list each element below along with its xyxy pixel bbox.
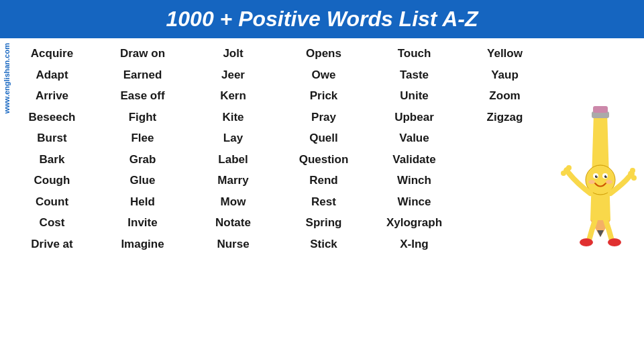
word-item: Acquire [28, 44, 76, 64]
word-item: Value [396, 128, 431, 148]
word-item: Prick [307, 86, 341, 106]
word-item: Taste [397, 65, 431, 85]
word-item: Flee [128, 128, 156, 148]
word-item: Notate [213, 213, 254, 233]
word-item: Touch [395, 44, 434, 64]
svg-point-11 [606, 175, 607, 177]
word-item: Count [33, 192, 71, 212]
word-item: Label [215, 150, 250, 170]
word-columns: AcquireAdaptArriveBeseechBurstBarkCoughC… [7, 44, 550, 254]
word-item: Draw on [117, 44, 168, 64]
word-item: Xylograph [384, 213, 445, 233]
word-item: Beseech [26, 107, 78, 128]
word-item: Rend [307, 171, 341, 191]
word-item: Yaup [488, 65, 521, 85]
svg-point-18 [580, 238, 593, 246]
word-item: Spring [303, 213, 345, 233]
word-item: Nurse [214, 234, 252, 254]
word-item: Held [127, 192, 158, 212]
svg-marker-4 [597, 230, 604, 237]
word-item: Question [297, 150, 352, 170]
word-item: Arrive [33, 86, 71, 106]
word-item: X-Ing [397, 234, 431, 254]
word-column-4: OpensOwePrickPrayQuellQuestionRendRestSp… [278, 44, 369, 254]
word-column-3: JoltJeerKernKiteLayLabelMarryMowNotateNu… [188, 44, 278, 254]
word-item: Upbear [392, 107, 437, 128]
word-item [502, 132, 508, 135]
header: 1000 + Positive Words List A-Z [0, 0, 644, 38]
svg-rect-2 [593, 106, 608, 113]
word-column-5: TouchTasteUniteUpbearValueValidateWinchW… [369, 44, 460, 254]
word-item: Drive at [28, 234, 75, 254]
word-item: Winch [394, 171, 434, 191]
word-item: Owe [309, 65, 339, 85]
pencil-character [557, 106, 637, 254]
svg-point-13 [561, 171, 566, 176]
word-column-1: AcquireAdaptArriveBeseechBurstBarkCoughC… [7, 44, 97, 254]
word-item: Wince [395, 192, 434, 212]
word-item: Mow [218, 192, 249, 212]
word-item: Earned [121, 65, 165, 85]
word-item: Jeer [219, 65, 248, 85]
word-item [502, 128, 508, 131]
word-item: Adapt [33, 65, 70, 85]
pencil-area [550, 44, 637, 254]
word-item [502, 148, 508, 151]
word-item: Ease off [117, 86, 167, 106]
word-item: Kite [219, 107, 246, 128]
word-column-6: YellowYaupZoomZigzag [460, 44, 550, 254]
svg-point-10 [596, 175, 598, 177]
word-column-2: Draw onEarnedEase offFightFleeGrabGlueHe… [97, 44, 188, 254]
main-content: AcquireAdaptArriveBeseechBurstBarkCoughC… [0, 44, 644, 254]
word-item: Lay [221, 128, 246, 148]
page-title: 1000 + Positive Words List A-Z [0, 7, 644, 32]
word-item: Opens [303, 44, 344, 64]
svg-point-17 [630, 168, 635, 173]
word-item: Quell [307, 128, 341, 148]
word-item: Glue [127, 171, 158, 191]
word-item: Jolt [220, 44, 246, 64]
word-item: Kern [217, 86, 249, 106]
svg-point-14 [566, 165, 572, 171]
word-item: Invite [125, 213, 160, 233]
word-item: Burst [34, 128, 69, 148]
svg-point-21 [606, 180, 612, 184]
word-item: Yellow [484, 44, 525, 64]
word-item [502, 144, 508, 147]
word-item: Zoom [486, 86, 523, 106]
svg-point-16 [631, 175, 637, 181]
word-item: Fight [126, 107, 160, 128]
word-item: Cough [32, 171, 73, 191]
word-item: Marry [215, 171, 251, 191]
word-item: Validate [390, 150, 438, 170]
word-item: Unite [397, 86, 431, 106]
word-item [502, 136, 508, 139]
word-item: Zigzag [484, 107, 526, 128]
word-item: Imagine [118, 234, 166, 254]
watermark: www.englishan.com [0, 40, 13, 116]
svg-point-20 [588, 180, 595, 184]
word-item: Stick [307, 234, 340, 254]
word-item: Bark [37, 150, 68, 170]
svg-point-19 [608, 238, 621, 246]
word-item: Rest [309, 192, 339, 212]
word-item: Cost [37, 213, 68, 233]
word-item [502, 140, 508, 143]
word-item: Pray [309, 107, 339, 128]
word-item: Grab [127, 150, 159, 170]
